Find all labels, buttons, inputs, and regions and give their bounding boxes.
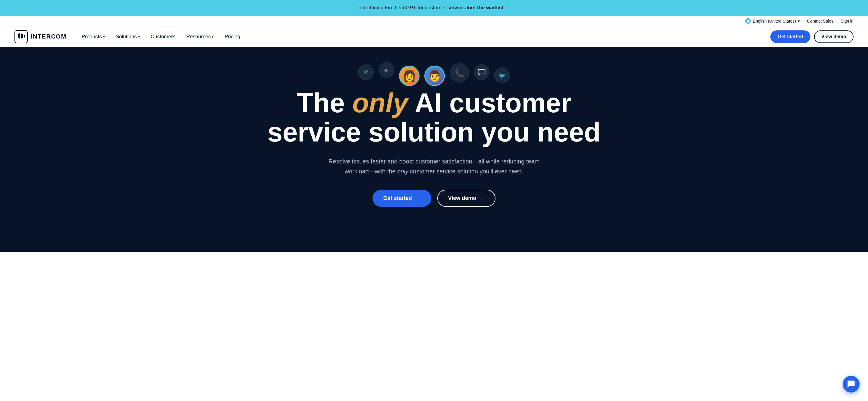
- whatsapp-icon: ✆: [358, 64, 374, 80]
- utility-bar: 🌐 English (United States) ▾ Contact Sale…: [0, 15, 868, 27]
- navbar: INTERCOM Products ▾ Solutions ▾ Customer…: [0, 27, 868, 47]
- chevron-down-icon: ▾: [138, 35, 140, 39]
- logo[interactable]: INTERCOM: [14, 30, 67, 43]
- svg-text:✆: ✆: [364, 70, 368, 75]
- svg-rect-0: [18, 33, 19, 38]
- nav-item-products[interactable]: Products ▾: [76, 27, 110, 47]
- hero-subtext: Resolve issues faster and boost customer…: [316, 157, 552, 176]
- floating-icons: ✆ AI 👩 👨 📞: [358, 59, 510, 86]
- avatar-2: 👨: [424, 66, 445, 86]
- phone-icon: 📞: [450, 63, 469, 82]
- hero-ctas: Get started → View demo →: [373, 190, 496, 207]
- sign-in-link[interactable]: Sign in: [841, 19, 854, 24]
- ai-badge-icon: AI: [378, 62, 394, 78]
- svg-rect-3: [22, 34, 23, 38]
- subtext-only: only: [397, 168, 408, 175]
- nav-ctas: Get started View demo: [770, 30, 854, 43]
- hero-get-started-button[interactable]: Get started →: [373, 190, 431, 207]
- nav-links: Products ▾ Solutions ▾ Customers Resourc…: [76, 27, 771, 47]
- subtext-part2: customer service solution you'll ever ne…: [408, 168, 524, 175]
- language-selector[interactable]: 🌐 English (United States) ▾: [745, 18, 800, 24]
- svg-text:🐦: 🐦: [498, 72, 506, 79]
- svg-text:AI: AI: [384, 68, 388, 72]
- get-started-button[interactable]: Get started: [770, 30, 810, 43]
- lang-label: English (United States): [753, 19, 796, 24]
- headline-only: only: [352, 88, 408, 118]
- svg-rect-2: [21, 33, 22, 38]
- chevron-down-icon: ▾: [212, 35, 214, 39]
- svg-text:📞: 📞: [455, 69, 464, 78]
- chevron-down-icon: ▾: [798, 19, 800, 24]
- waitlist-link[interactable]: Join the waitlist →: [465, 5, 510, 11]
- avatar-1: 👩: [399, 66, 420, 86]
- headline-part1: The: [297, 88, 352, 118]
- svg-rect-4: [24, 35, 25, 38]
- nav-item-resources[interactable]: Resources ▾: [181, 27, 219, 47]
- twitter-icon: 🐦: [494, 67, 510, 83]
- nav-item-solutions[interactable]: Solutions ▾: [110, 27, 145, 47]
- hero-view-demo-button[interactable]: View demo →: [437, 190, 496, 207]
- nav-item-customers[interactable]: Customers: [145, 27, 181, 47]
- hero-section: ✆ AI 👩 👨 📞: [0, 47, 868, 252]
- chevron-down-icon: ▾: [103, 35, 105, 39]
- contact-sales-link[interactable]: Contact Sales: [807, 19, 833, 24]
- chat-icon: [474, 64, 490, 80]
- announcement-text: Introducing Fin: ChatGPT for customer se…: [358, 5, 464, 10]
- logo-icon: [14, 30, 28, 43]
- hero-headline: The only AI customer service solution yo…: [253, 89, 615, 147]
- nav-item-pricing[interactable]: Pricing: [219, 27, 246, 47]
- intercom-logo-svg: [17, 33, 25, 41]
- view-demo-button[interactable]: View demo: [814, 30, 854, 43]
- svg-rect-1: [19, 33, 20, 38]
- svg-point-11: [474, 65, 489, 80]
- globe-icon: 🌐: [745, 18, 751, 24]
- announcement-bar: Introducing Fin: ChatGPT for customer se…: [0, 0, 868, 15]
- logo-text: INTERCOM: [31, 33, 67, 40]
